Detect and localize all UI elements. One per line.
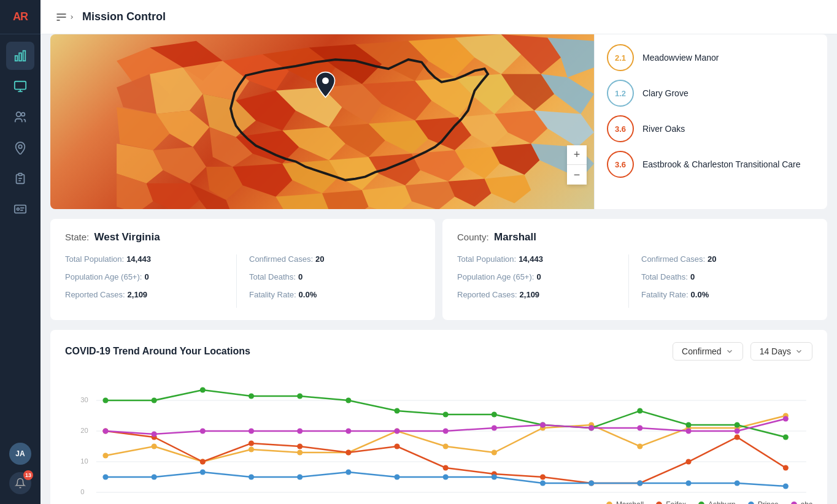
- county-reported-value: 2,109: [520, 290, 540, 299]
- location-icon: [14, 141, 27, 155]
- notification-bell[interactable]: 13: [9, 472, 31, 494]
- county-confirmed-value: 20: [708, 254, 716, 264]
- main-content: Mission Control: [40, 0, 837, 504]
- county-reported-label: Reported Cases:: [457, 290, 517, 299]
- avatar[interactable]: JA: [9, 443, 31, 465]
- map-background: + −: [50, 34, 594, 209]
- svg-point-118: [443, 465, 449, 471]
- svg-point-97: [152, 444, 157, 449]
- county-deaths-label: Total Deaths:: [641, 272, 688, 281]
- sidebar-item-clipboard[interactable]: [6, 164, 34, 193]
- chevron-down-icon: [725, 347, 734, 356]
- svg-point-131: [345, 398, 351, 403]
- sidebar-item-dashboard[interactable]: [6, 42, 34, 70]
- svg-point-128: [200, 388, 206, 393]
- svg-marker-53: [153, 147, 206, 183]
- state-deaths-label: Total Deaths:: [249, 272, 296, 281]
- county-right-col: Confirmed Cases: 20 Total Deaths: 0 Fata…: [628, 254, 812, 308]
- facility-item-1[interactable]: 1.2 Clary Grove: [607, 80, 815, 107]
- svg-point-8: [18, 145, 22, 148]
- filter-days-button[interactable]: 14 Days: [750, 342, 812, 361]
- legend-ashburn: Ashburn: [698, 500, 736, 504]
- svg-rect-9: [18, 174, 22, 176]
- svg-point-153: [685, 481, 691, 486]
- state-fatality-value: 0.0%: [299, 290, 317, 299]
- svg-rect-1: [19, 53, 21, 61]
- filter-days-label: 14 Days: [760, 346, 791, 356]
- svg-point-120: [540, 475, 546, 480]
- facility-item-0[interactable]: 2.1 Meadowview Manor: [607, 44, 815, 71]
- chevron-down-icon-2: [795, 347, 803, 356]
- state-fatality-row: Fatality Rate: 0.0%: [249, 290, 420, 299]
- chart-legend: Marshall Foifax Ashburn Prince abc: [65, 500, 812, 504]
- state-population-label: Total Population:: [65, 254, 124, 264]
- facility-panel: 2.1 Meadowview Manor 1.2 Clary Grove 3.6…: [594, 34, 827, 209]
- menu-icon[interactable]: [55, 11, 75, 23]
- logo-text: AR: [13, 10, 28, 23]
- svg-marker-66: [276, 193, 328, 209]
- svg-point-117: [394, 444, 399, 449]
- svg-point-72: [322, 77, 329, 84]
- facility-item-3[interactable]: 3.6 Eastbrook & Charleston Transitional …: [607, 151, 815, 178]
- sidebar-item-monitor[interactable]: [6, 72, 34, 101]
- svg-point-104: [492, 450, 497, 456]
- county-age-row: Population Age (65+): 0: [457, 272, 628, 281]
- county-confirmed-label: Confirmed Cases:: [641, 254, 705, 264]
- svg-point-146: [345, 470, 351, 475]
- svg-marker-71: [485, 175, 531, 203]
- state-population-row: Total Population: 14,443: [65, 254, 236, 264]
- county-deaths-row: Total Deaths: 0: [641, 272, 812, 281]
- svg-point-157: [152, 432, 157, 437]
- state-reported-value: 2,109: [128, 290, 148, 299]
- svg-point-137: [637, 408, 642, 414]
- svg-point-160: [297, 429, 303, 434]
- svg-marker-61: [492, 143, 540, 175]
- filter-type-button[interactable]: Confirmed: [673, 342, 743, 361]
- svg-point-140: [783, 435, 789, 440]
- sidebar-item-people[interactable]: [6, 103, 34, 131]
- county-fatality-label: Fatality Rate:: [641, 290, 688, 299]
- county-fatality-value: 0.0%: [691, 290, 709, 299]
- sidebar-nav: [0, 34, 40, 443]
- sidebar-item-idcard[interactable]: [6, 195, 34, 223]
- svg-point-129: [249, 394, 254, 399]
- svg-point-127: [152, 398, 157, 403]
- trend-section: COVID-19 Trend Around Your Locations Con…: [50, 330, 827, 504]
- state-confirmed-value: 20: [315, 254, 324, 264]
- county-fatality-row: Fatality Rate: 0.0%: [641, 290, 812, 299]
- state-stats-card: State: West Virginia Total Population: 1…: [50, 219, 435, 320]
- svg-point-144: [249, 475, 254, 480]
- sidebar-item-location[interactable]: [6, 134, 34, 162]
- zoom-out-button[interactable]: −: [567, 165, 587, 185]
- facility-score-1: 1.2: [607, 80, 634, 107]
- county-stats-grid: Total Population: 14,443 Population Age …: [457, 254, 812, 308]
- sidebar-bottom: JA 13: [9, 443, 31, 504]
- svg-point-116: [345, 450, 351, 456]
- idcard-icon: [14, 202, 27, 216]
- page-title: Mission Control: [82, 10, 166, 23]
- svg-marker-70: [448, 179, 491, 207]
- state-age-label: Population Age (65+):: [65, 272, 142, 281]
- zoom-in-button[interactable]: +: [567, 145, 587, 165]
- svg-point-165: [540, 422, 546, 428]
- legend-marshall: Marshall: [606, 500, 644, 504]
- county-age-label: Population Age (65+):: [457, 272, 534, 281]
- trend-header: COVID-19 Trend Around Your Locations Con…: [65, 342, 812, 361]
- legend-label-prince: Prince: [758, 500, 779, 504]
- map-container[interactable]: + −: [50, 34, 594, 209]
- svg-point-107: [637, 444, 642, 449]
- svg-point-151: [588, 481, 594, 486]
- county-reported-row: Reported Cases: 2,109: [457, 290, 628, 299]
- svg-point-7: [21, 113, 25, 116]
- county-population-value: 14,443: [519, 254, 543, 264]
- zoom-controls: + −: [567, 145, 587, 185]
- filter-type-label: Confirmed: [682, 346, 722, 356]
- facility-item-2[interactable]: 3.6 River Oaks: [607, 115, 815, 142]
- svg-point-161: [345, 429, 351, 434]
- svg-point-99: [249, 447, 254, 452]
- svg-point-156: [102, 429, 108, 434]
- trend-filters: Confirmed 14 Days: [673, 342, 812, 361]
- county-card-title: County: Marshall: [457, 231, 812, 243]
- chart-icon: [14, 49, 27, 63]
- svg-point-150: [540, 481, 546, 486]
